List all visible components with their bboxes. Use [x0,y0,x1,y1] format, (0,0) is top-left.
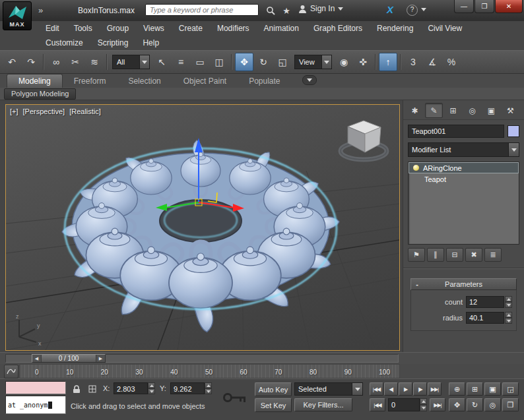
parameters-rollout-header[interactable]: - Parameters [410,278,517,290]
pan-button[interactable]: ✥ [449,398,465,411]
object-color-swatch[interactable] [508,125,519,137]
select-and-move-button[interactable]: ✥ [235,53,253,71]
x-coordinate-field[interactable]: 2.803 [114,382,148,394]
bind-to-spacewarp-button[interactable]: ≋ [85,53,104,71]
select-by-name-button[interactable]: ≡ [172,53,190,71]
make-unique-button[interactable]: ⊟ [446,248,463,262]
absolute-offset-toggle[interactable] [86,382,99,396]
keyboard-override-toggle[interactable]: ↑ [379,53,397,71]
menu-rendering[interactable]: Rendering [370,24,420,33]
maxscript-mini-listener[interactable]: at _anonym [5,396,66,414]
sign-in-button[interactable]: Sign In [298,4,343,13]
menu-graph-editors[interactable]: Graph Editors [306,24,370,33]
play-button[interactable]: ▶ [399,382,412,396]
remove-modifier-button[interactable]: ✖ [465,248,482,262]
y-coordinate-field[interactable]: 9.262 [170,382,205,394]
object-name-field[interactable]: Teapot001 [408,125,504,138]
menu-animation[interactable]: Animation [257,24,306,33]
app-logo[interactable]: MAX [3,1,32,30]
utilities-tab[interactable]: ⚒ [502,103,519,118]
selection-set-dropdown[interactable]: Selected [294,382,363,396]
next-key-button[interactable]: ▶▶| [430,398,445,411]
snaps-toggle[interactable]: 3 [404,53,422,71]
count-field[interactable]: 12 [466,296,504,308]
viewport-shading-label[interactable]: [Realistic] [69,107,101,115]
maxscript-macro-recorder[interactable] [5,381,66,394]
maximize-viewport-toggle[interactable]: ❒ [502,398,519,411]
select-and-scale-button[interactable]: ◱ [273,53,292,71]
select-object-button[interactable]: ↖ [152,53,171,71]
previous-frame-button[interactable]: ◀| [384,382,398,396]
go-to-end-button[interactable]: ▶▶| [428,382,442,396]
select-and-manipulate-button[interactable]: ✜ [354,53,372,71]
unlink-selection-button[interactable]: ✂ [66,53,84,71]
mini-curve-editor-button[interactable] [4,365,18,378]
perspective-viewport[interactable]: [+] [Perspective] [Realistic] [5,104,400,351]
viewport-pov-label[interactable]: [Perspective] [23,107,65,115]
ribbon-tab-selection[interactable]: Selection [117,75,172,88]
help-caret-icon[interactable] [421,8,426,11]
quick-access-overflow-icon[interactable]: » [38,5,43,15]
previous-frame-arrow-icon[interactable]: ◀ [32,355,42,362]
modifier-enable-bulb-icon[interactable] [412,164,420,171]
select-and-rotate-button[interactable]: ↻ [254,53,273,71]
configure-modifier-sets-button[interactable]: ≣ [484,248,502,262]
favorites-star-icon[interactable]: ★ [280,4,293,17]
x-coordinate-spinner[interactable] [148,382,155,394]
restore-button[interactable]: ❐ [475,0,494,13]
modifier-list-dropdown[interactable]: Modifier List [408,142,519,157]
menu-tools[interactable]: Tools [67,24,100,33]
time-slider-handle[interactable]: ◀ 0 / 100 ▶ [32,354,106,363]
close-button[interactable]: ✕ [495,0,523,13]
y-coordinate-spinner[interactable] [205,382,212,394]
modifier-stack[interactable]: ARingClone Teapot [408,162,519,245]
stack-item-aringclone[interactable]: ARingClone [409,162,519,173]
menu-group[interactable]: Group [100,24,136,33]
menu-scripting[interactable]: Scripting [90,38,136,47]
ribbon-tab-freeform[interactable]: Freeform [63,75,117,88]
ribbon-tab-object-paint[interactable]: Object Paint [172,75,238,88]
modify-tab[interactable]: ✎ [425,103,443,118]
menu-modifiers[interactable]: Modifiers [210,24,257,33]
viewcube[interactable] [336,115,391,164]
go-to-start-button[interactable]: |◀◀ [370,382,383,396]
polygon-modeling-panel[interactable]: Polygon Modeling [4,88,76,100]
ribbon-tab-modeling[interactable]: Modeling [7,74,63,88]
percent-snap-toggle[interactable]: % [442,53,461,71]
reference-coordinate-dropdown[interactable]: View [294,55,332,69]
next-frame-arrow-icon[interactable]: ▶ [96,355,105,362]
use-pivot-center-button[interactable]: ◉ [335,53,353,71]
menu-views[interactable]: Views [136,24,172,33]
selection-lock-toggle[interactable] [70,382,83,396]
create-tab[interactable]: ✱ [406,103,424,118]
select-and-link-button[interactable]: ∞ [47,53,65,71]
track-bar-ruler[interactable]: 0 10 20 30 40 50 60 70 80 90 100 [20,364,400,378]
selection-filter-dropdown[interactable]: All [112,55,150,69]
zoom-extents-button[interactable]: ▣ [484,382,501,396]
undo-button[interactable]: ↶ [3,53,21,71]
show-end-result-button[interactable]: ∥ [427,248,444,262]
ribbon-collapse-button[interactable] [302,75,317,85]
field-of-view-button[interactable]: ◎ [484,398,501,411]
current-frame-spinner[interactable] [420,398,427,411]
menu-customize[interactable]: Customize [38,38,90,47]
menu-edit[interactable]: Edit [38,24,67,33]
viewport-menu-button[interactable]: [+] [10,107,18,115]
menu-civil-view[interactable]: Civil View [420,24,469,33]
window-crossing-toggle[interactable]: ◫ [210,53,228,71]
current-frame-field[interactable]: 0 [388,398,420,411]
auto-key-button[interactable]: Auto Key [255,382,292,396]
hierarchy-tab[interactable]: ⊞ [444,103,462,118]
search-input[interactable] [145,4,259,16]
minimize-button[interactable]: — [454,0,474,13]
stack-item-teapot[interactable]: Teapot [409,173,519,185]
menu-create[interactable]: Create [172,24,210,33]
key-filters-button[interactable]: Key Filters... [294,398,352,411]
search-icon[interactable] [264,4,277,17]
help-icon[interactable]: ? [407,5,418,16]
redo-button[interactable]: ↷ [22,53,40,71]
count-spinner[interactable] [505,296,512,308]
rectangular-selection-region-button[interactable]: ▭ [191,53,209,71]
orbit-button[interactable]: ↻ [467,398,483,411]
zoom-button[interactable]: ⊕ [449,382,465,396]
